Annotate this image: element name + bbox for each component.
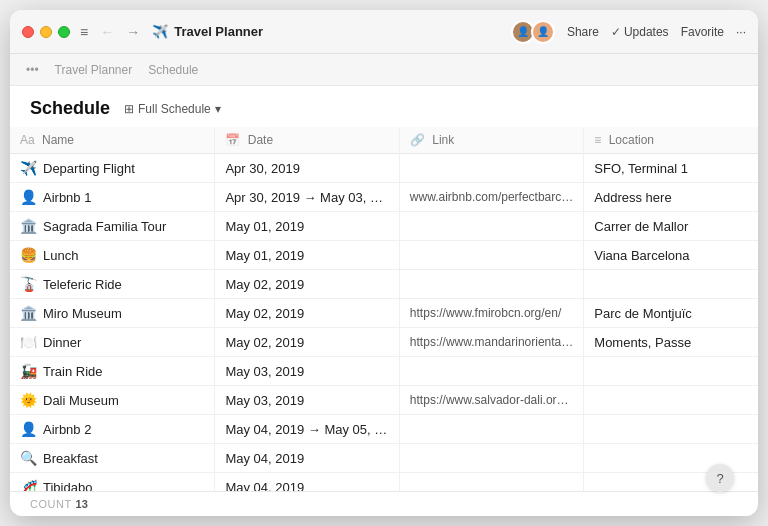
count-value: 13	[76, 498, 88, 510]
cell-name-9: 👤Airbnb 2	[10, 415, 215, 444]
cell-location-2: Carrer de Mallor	[584, 212, 758, 241]
cell-date-0: Apr 30, 2019	[215, 154, 399, 183]
traffic-lights	[22, 26, 70, 38]
nav-buttons: ← →	[96, 22, 144, 42]
cell-location-7	[584, 357, 758, 386]
table-body: ✈️Departing FlightApr 30, 2019SFO, Termi…	[10, 154, 758, 492]
avatar-2: 👤	[531, 20, 555, 44]
cell-location-8	[584, 386, 758, 415]
cell-location-4	[584, 270, 758, 299]
share-button[interactable]: Share	[567, 25, 599, 39]
menu-icon[interactable]: ≡	[80, 24, 88, 40]
cell-name-7: 🚂Train Ride	[10, 357, 215, 386]
col-header-date: 📅 Date	[215, 127, 399, 154]
cell-name-11: 🎢Tibidabo	[10, 473, 215, 492]
titlebar: ≡ ← → ✈️ Travel Planner 👤 👤 Share ✓ Upda…	[10, 10, 758, 54]
table-row[interactable]: 🎢TibidaboMay 04, 2019	[10, 473, 758, 492]
cell-link-1[interactable]: www.airbnb.com/perfectbarcelonah	[399, 183, 583, 212]
cell-location-10	[584, 444, 758, 473]
table-row[interactable]: 🌞Dali MuseumMay 03, 2019https://www.salv…	[10, 386, 758, 415]
table-row[interactable]: 🏛️Sagrada Familia TourMay 01, 2019Carrer…	[10, 212, 758, 241]
cell-date-3: May 01, 2019	[215, 241, 399, 270]
cell-date-9: May 04, 2019 → May 05, 2019	[215, 415, 399, 444]
page-content: Schedule ⊞ Full Schedule ▾ Aa Name	[10, 86, 758, 516]
table-row[interactable]: ✈️Departing FlightApr 30, 2019SFO, Termi…	[10, 154, 758, 183]
location-col-icon: ≡	[594, 133, 601, 147]
table-row[interactable]: 👤Airbnb 2May 04, 2019 → May 05, 2019	[10, 415, 758, 444]
forward-button[interactable]: →	[122, 22, 144, 42]
cell-link-7	[399, 357, 583, 386]
cell-date-5: May 02, 2019	[215, 299, 399, 328]
breadcrumb-2[interactable]: Travel Planner	[55, 63, 133, 77]
row-icon: 🚂	[20, 363, 37, 379]
page-wrapper: Schedule ⊞ Full Schedule ▾ Aa Name	[10, 86, 758, 516]
cell-link-0	[399, 154, 583, 183]
page-title: Schedule	[30, 98, 110, 119]
cell-name-8: 🌞Dali Museum	[10, 386, 215, 415]
link-col-icon: 🔗	[410, 133, 425, 147]
full-schedule-toggle[interactable]: ⊞ Full Schedule ▾	[118, 99, 227, 119]
row-icon: 🌞	[20, 392, 37, 408]
more-button[interactable]: ···	[736, 25, 746, 39]
cell-location-1: Address here	[584, 183, 758, 212]
table-icon: ⊞	[124, 102, 134, 116]
schedule-table: Aa Name 📅 Date 🔗 Link	[10, 127, 758, 491]
name-col-icon: Aa	[20, 133, 35, 147]
favorite-button[interactable]: Favorite	[681, 25, 724, 39]
cell-date-4: May 02, 2019	[215, 270, 399, 299]
cell-link-3	[399, 241, 583, 270]
close-button[interactable]	[22, 26, 34, 38]
col-header-location: ≡ Location	[584, 127, 758, 154]
cell-link-9	[399, 415, 583, 444]
titlebar-title: ✈️ Travel Planner	[152, 24, 511, 39]
app-title: Travel Planner	[174, 24, 263, 39]
avatar-group: 👤 👤	[511, 20, 555, 44]
breadcrumb-1[interactable]: •••	[26, 63, 39, 77]
cell-location-5: Parc de Montjuïc	[584, 299, 758, 328]
col-header-name: Aa Name	[10, 127, 215, 154]
breadcrumb-3[interactable]: Schedule	[148, 63, 198, 77]
date-col-icon: 📅	[225, 133, 240, 147]
cell-date-1: Apr 30, 2019 → May 03, 2019	[215, 183, 399, 212]
main-window: ≡ ← → ✈️ Travel Planner 👤 👤 Share ✓ Upda…	[10, 10, 758, 516]
back-button[interactable]: ←	[96, 22, 118, 42]
cell-date-7: May 03, 2019	[215, 357, 399, 386]
schedule-table-container[interactable]: Aa Name 📅 Date 🔗 Link	[10, 127, 758, 491]
fullscreen-button[interactable]	[58, 26, 70, 38]
cell-name-4: 🚡Teleferic Ride	[10, 270, 215, 299]
cell-link-11	[399, 473, 583, 492]
table-row[interactable]: 🏛️Miro MuseumMay 02, 2019https://www.fmi…	[10, 299, 758, 328]
cell-date-10: May 04, 2019	[215, 444, 399, 473]
table-row[interactable]: 🍽️DinnerMay 02, 2019https://www.mandarin…	[10, 328, 758, 357]
cell-location-0: SFO, Terminal 1	[584, 154, 758, 183]
table-row[interactable]: 🔍BreakfastMay 04, 2019	[10, 444, 758, 473]
table-footer: COUNT 13	[10, 491, 758, 516]
cell-link-10	[399, 444, 583, 473]
table-row[interactable]: 🚂Train RideMay 03, 2019	[10, 357, 758, 386]
cell-location-6: Moments, Passe	[584, 328, 758, 357]
cell-name-10: 🔍Breakfast	[10, 444, 215, 473]
cell-link-2	[399, 212, 583, 241]
cell-link-8[interactable]: https://www.salvador-dali.org/en/	[399, 386, 583, 415]
cell-link-5[interactable]: https://www.fmirobcn.org/en/	[399, 299, 583, 328]
cell-location-3: Viana Barcelona	[584, 241, 758, 270]
cell-name-3: 🍔Lunch	[10, 241, 215, 270]
row-icon: 🔍	[20, 450, 37, 466]
cell-name-5: 🏛️Miro Museum	[10, 299, 215, 328]
cell-date-2: May 01, 2019	[215, 212, 399, 241]
table-row[interactable]: 🍔LunchMay 01, 2019Viana Barcelona	[10, 241, 758, 270]
table-row[interactable]: 👤Airbnb 1Apr 30, 2019 → May 03, 2019www.…	[10, 183, 758, 212]
chevron-down-icon: ▾	[215, 102, 221, 116]
row-icon: 🎢	[20, 479, 37, 491]
cell-location-9	[584, 415, 758, 444]
breadcrumb-area: ••• Travel Planner Schedule	[10, 54, 758, 86]
cell-date-6: May 02, 2019	[215, 328, 399, 357]
cell-name-6: 🍽️Dinner	[10, 328, 215, 357]
cell-link-4	[399, 270, 583, 299]
help-button[interactable]: ?	[706, 464, 734, 492]
row-icon: 🏛️	[20, 218, 37, 234]
updates-button[interactable]: ✓ Updates	[611, 25, 669, 39]
cell-link-6[interactable]: https://www.mandarinoriental.com/t	[399, 328, 583, 357]
table-row[interactable]: 🚡Teleferic RideMay 02, 2019	[10, 270, 758, 299]
minimize-button[interactable]	[40, 26, 52, 38]
